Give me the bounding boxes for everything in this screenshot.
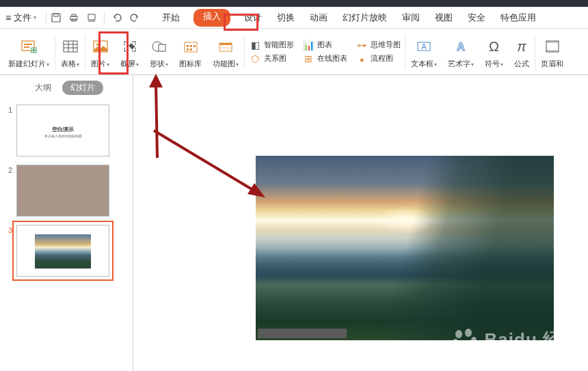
tab-slideshow[interactable]: 幻灯片放映 bbox=[341, 9, 388, 27]
panel-tabs: 大纲 幻灯片 bbox=[0, 75, 133, 100]
svg-rect-1 bbox=[54, 14, 58, 16]
print-icon[interactable] bbox=[68, 12, 79, 23]
screenshot-button[interactable]: 截屏▾ bbox=[115, 31, 144, 72]
tab-animation[interactable]: 动画 bbox=[308, 9, 329, 27]
new-slide-label: 新建幻灯片 bbox=[8, 59, 46, 68]
svg-rect-5 bbox=[88, 14, 95, 20]
slide-thumb-3[interactable]: 3 bbox=[0, 221, 133, 281]
svg-rect-14 bbox=[159, 44, 165, 51]
inserted-image[interactable] bbox=[256, 156, 554, 340]
menu-tabs: 开始 插入 设计 切换 动画 幻灯片放映 审阅 视图 安全 特色应用 bbox=[161, 9, 537, 27]
formula-button[interactable]: π 公式 bbox=[509, 31, 535, 72]
svg-rect-7 bbox=[24, 44, 32, 45]
relation-label: 关系图 bbox=[264, 53, 286, 64]
thumb-subtitle: 单击输入您的封面副标题 bbox=[17, 134, 109, 138]
svg-point-26 bbox=[471, 337, 477, 344]
svg-text:A: A bbox=[422, 43, 427, 51]
online-chart-label: 在线图表 bbox=[317, 53, 347, 64]
new-slide-icon bbox=[20, 34, 38, 59]
watermark-text: Baidu 经验 bbox=[485, 329, 580, 350]
image-caption-bar bbox=[258, 329, 347, 338]
mindmap-label: 思维导图 bbox=[371, 40, 401, 50]
online-chart-button[interactable]: ⊞ 在线图表 bbox=[302, 53, 347, 64]
separator bbox=[104, 12, 105, 24]
chart-button[interactable]: 📊 图表 bbox=[302, 40, 347, 51]
thumb-image bbox=[35, 234, 91, 269]
quick-access-toolbar bbox=[51, 12, 140, 24]
header-footer-button[interactable]: 页眉和 bbox=[535, 31, 563, 72]
tab-security[interactable]: 安全 bbox=[466, 9, 487, 27]
tab-special[interactable]: 特色应用 bbox=[499, 9, 537, 27]
online-chart-icon: ⊞ bbox=[302, 53, 315, 64]
tab-review[interactable]: 审阅 bbox=[401, 9, 421, 27]
watermark-url: jingyan.baidu.com bbox=[451, 353, 580, 361]
file-label: 文件 bbox=[14, 12, 31, 24]
svg-point-23 bbox=[455, 330, 462, 338]
icon-library-icon bbox=[183, 34, 199, 59]
header-footer-icon bbox=[544, 34, 561, 59]
smart-graphic-button[interactable]: ◧ 智能图形 bbox=[249, 40, 294, 51]
hamburger-icon: ≡ bbox=[5, 12, 11, 23]
svg-rect-8 bbox=[24, 46, 29, 48]
shapes-icon bbox=[151, 34, 168, 59]
picture-icon bbox=[92, 34, 109, 59]
formula-icon: π bbox=[517, 34, 526, 59]
icon-library-button[interactable]: 图标库 bbox=[174, 31, 207, 72]
textbox-label: 文本框 bbox=[411, 59, 433, 68]
wordart-button[interactable]: A 艺术字▾ bbox=[442, 31, 479, 72]
panel-tab-slides[interactable]: 幻灯片 bbox=[62, 81, 103, 95]
table-icon bbox=[62, 34, 79, 59]
ribbon: 新建幻灯片▾ 表格▾ 图片▾ 截屏▾ 形状▾ 图标库 功能图▾ bbox=[0, 29, 588, 75]
wordart-icon: A bbox=[453, 34, 469, 59]
slide-panel: 大纲 幻灯片 1 空白演示 单击输入您的封面副标题 2 3 bbox=[0, 75, 133, 371]
screenshot-icon bbox=[122, 34, 138, 59]
svg-rect-21 bbox=[546, 41, 559, 43]
thumb-number: 3 bbox=[5, 225, 16, 277]
table-button[interactable]: 表格▾ bbox=[55, 31, 85, 72]
panel-tab-outline[interactable]: 大纲 bbox=[29, 81, 57, 95]
formula-label: 公式 bbox=[514, 59, 529, 68]
feature-chart-button[interactable]: 功能图▾ bbox=[207, 31, 244, 72]
icon-library-label: 图标库 bbox=[179, 59, 202, 68]
tab-insert[interactable]: 插入 bbox=[193, 9, 230, 27]
save-icon[interactable] bbox=[51, 12, 62, 23]
tab-design[interactable]: 设计 bbox=[243, 9, 263, 27]
table-label: 表格 bbox=[61, 59, 76, 68]
header-footer-label: 页眉和 bbox=[541, 59, 563, 68]
textbox-button[interactable]: A 文本框▾ bbox=[405, 31, 442, 72]
mindmap-button[interactable]: ⊶ 思维导图 bbox=[356, 40, 401, 51]
symbol-button[interactable]: Ω 符号▾ bbox=[479, 31, 509, 72]
mindmap-icon: ⊶ bbox=[356, 40, 368, 51]
shapes-label: 形状 bbox=[150, 59, 165, 68]
screenshot-label: 截屏 bbox=[120, 59, 135, 68]
chart-icon: 📊 bbox=[302, 40, 315, 51]
svg-rect-0 bbox=[52, 14, 60, 22]
tab-view[interactable]: 视图 bbox=[433, 9, 454, 27]
new-slide-button[interactable]: 新建幻灯片▾ bbox=[3, 31, 55, 72]
textbox-icon: A bbox=[416, 34, 432, 59]
flowchart-button[interactable]: ⬥ 流程图 bbox=[356, 53, 401, 64]
slide-thumb-1[interactable]: 1 空白演示 单击输入您的封面副标题 bbox=[0, 100, 133, 161]
chevron-down-icon: ▾ bbox=[34, 14, 36, 20]
svg-text:A: A bbox=[457, 41, 465, 53]
svg-point-24 bbox=[465, 329, 472, 337]
shapes-button[interactable]: 形状▾ bbox=[144, 31, 174, 72]
thumb-title: 空白演示 bbox=[17, 126, 109, 133]
thumb-number: 1 bbox=[5, 105, 16, 156]
flowchart-label: 流程图 bbox=[371, 53, 393, 64]
picture-label: 图片 bbox=[91, 59, 106, 68]
svg-rect-22 bbox=[546, 50, 559, 52]
preview-icon[interactable] bbox=[86, 12, 97, 23]
wordart-label: 艺术字 bbox=[448, 59, 470, 68]
tab-start[interactable]: 开始 bbox=[161, 9, 181, 27]
watermark: Baidu 经验 jingyan.baidu.com bbox=[451, 328, 580, 361]
svg-rect-10 bbox=[64, 41, 77, 52]
slide-thumb-2[interactable]: 2 bbox=[0, 161, 133, 221]
tab-transition[interactable]: 切换 bbox=[276, 9, 296, 27]
redo-icon[interactable] bbox=[129, 12, 140, 23]
file-menu[interactable]: ≡ 文件 ▾ bbox=[5, 12, 36, 24]
thumb-number: 2 bbox=[5, 165, 16, 217]
relation-button[interactable]: ⬡ 关系图 bbox=[249, 53, 294, 64]
picture-button[interactable]: 图片▾ bbox=[85, 31, 115, 72]
undo-icon[interactable] bbox=[111, 12, 122, 23]
